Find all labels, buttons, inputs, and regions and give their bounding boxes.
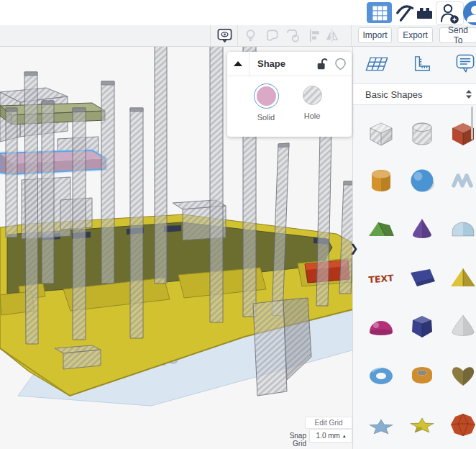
shape-roof[interactable] <box>365 214 397 245</box>
shape-text[interactable]: TEXT <box>365 263 397 294</box>
shape-wedge[interactable] <box>406 263 438 294</box>
mirror-icon[interactable] <box>324 27 340 44</box>
comment-eye-icon[interactable] <box>216 27 233 44</box>
shape-heart[interactable] <box>447 360 476 391</box>
snap-grid-select[interactable]: 1.0 mm ▴ <box>309 429 352 443</box>
pickaxe-icon[interactable] <box>394 4 414 22</box>
shape-cone[interactable] <box>406 214 438 245</box>
shape-star[interactable] <box>365 409 397 441</box>
ungroup-icon[interactable] <box>285 27 301 44</box>
collapse-icon[interactable] <box>227 52 250 76</box>
bricks-icon[interactable] <box>415 4 435 22</box>
shape-sphere[interactable] <box>406 165 438 196</box>
toolbar: Import Export Send To <box>0 25 476 47</box>
shape-thick-star[interactable] <box>406 409 438 441</box>
solid-color-dot <box>257 86 276 106</box>
light-icon[interactable] <box>242 27 259 44</box>
import-button[interactable]: Import <box>358 27 392 43</box>
notes-tool-icon[interactable] <box>453 50 476 78</box>
sidebar-scrollbar[interactable] <box>471 106 473 140</box>
shape-category-label: Basic Shapes <box>365 89 423 100</box>
shape-library-grid: TEXT <box>360 112 476 449</box>
shape-pyramid[interactable] <box>447 263 476 294</box>
solid-label: Solid <box>257 113 275 122</box>
shape-paraboloid[interactable] <box>447 311 476 343</box>
shape-tube[interactable] <box>406 360 438 391</box>
top-bar <box>0 0 476 26</box>
align-icon[interactable] <box>306 27 323 44</box>
snap-grid-value: 1.0 mm <box>316 432 340 440</box>
workplane-tool-icon[interactable] <box>363 51 390 77</box>
shape-inspector-panel: Shape Solid Hole <box>227 52 352 137</box>
shape-hole-cylinder[interactable] <box>406 118 438 150</box>
design-grid-icon[interactable] <box>367 2 392 23</box>
shape-scribble[interactable] <box>447 165 476 196</box>
hole-label: Hole <box>304 112 321 120</box>
lock-open-icon[interactable] <box>316 58 329 71</box>
snap-grid-label: Snap Grid <box>276 432 306 448</box>
shape-torus[interactable] <box>365 360 397 391</box>
shape-category-select[interactable]: Basic Shapes <box>353 83 476 105</box>
shape-panel-header: Shape <box>227 52 352 76</box>
shape-half-sphere[interactable] <box>365 311 397 343</box>
ruler-tool-icon[interactable] <box>408 53 434 76</box>
edit-grid-button[interactable]: Edit Grid <box>305 417 352 429</box>
shape-cylinder[interactable] <box>365 165 397 196</box>
shapes-sidebar: Basic Shapes <box>352 46 476 449</box>
solid-swatch[interactable]: Solid <box>244 83 288 122</box>
hole-swatch[interactable]: Hole <box>290 83 334 120</box>
send-to-button[interactable]: Send To <box>439 27 476 43</box>
hole-striped-dot <box>301 83 324 107</box>
export-button[interactable]: Export <box>398 27 433 43</box>
shape-round-roof[interactable] <box>447 214 476 245</box>
sort-arrows-icon[interactable] <box>465 89 472 99</box>
group-icon[interactable] <box>264 27 280 44</box>
shape-icosahedron[interactable] <box>447 409 476 441</box>
svg-text:TEXT: TEXT <box>367 273 394 285</box>
sidebar-collapse-chevron[interactable]: ❯ <box>349 240 361 256</box>
snap-grid-caret-icon: ▴ <box>343 433 346 439</box>
shape-polygon[interactable] <box>406 311 438 343</box>
shape-panel-title: Shape <box>257 58 285 69</box>
avatar[interactable] <box>463 1 476 25</box>
add-person-icon[interactable] <box>436 1 464 25</box>
pin-icon[interactable] <box>335 57 346 71</box>
shape-hole-box[interactable] <box>365 118 397 150</box>
